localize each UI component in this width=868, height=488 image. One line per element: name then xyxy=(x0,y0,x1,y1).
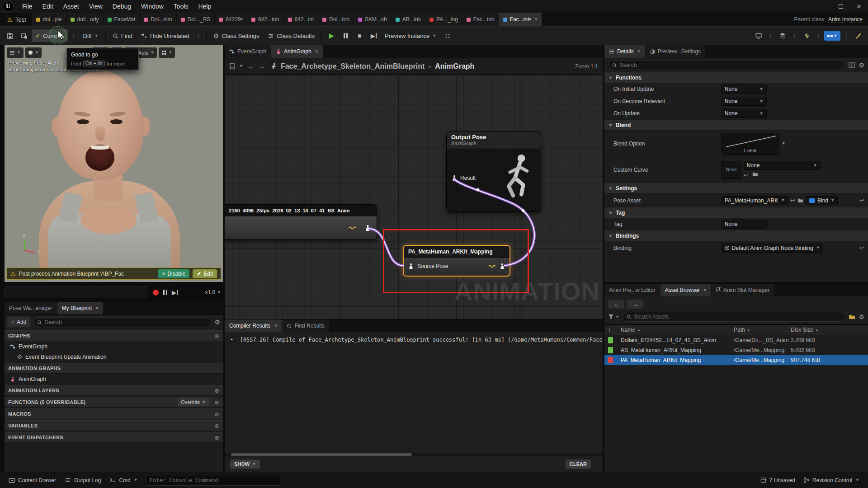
bindings-category[interactable]: ▼ Bindings xyxy=(604,230,868,241)
record-button[interactable] xyxy=(153,290,159,296)
reset-to-default-icon[interactable]: ↩ xyxy=(859,197,864,204)
scrollbar-thumb[interactable] xyxy=(231,453,412,456)
breadcrumb-leaf[interactable]: AnimGraph xyxy=(435,62,474,70)
asset-tab-13-active[interactable]: Fac...int•× xyxy=(499,13,542,26)
binding-dropdown[interactable]: Default Anim Graph Node Binding ▼ xyxy=(722,244,823,253)
view-mode-button[interactable]: ▼ xyxy=(25,47,42,58)
tab-anim-slot-manager[interactable]: Anim Slot Manager xyxy=(712,284,774,296)
diff-button[interactable]: Diff▼ xyxy=(80,29,102,42)
gear-icon[interactable]: ⚙ xyxy=(859,313,864,320)
search-input[interactable] xyxy=(45,319,208,325)
settings-category[interactable]: ▼ Settings xyxy=(604,183,868,194)
gear-icon[interactable]: ⚙ xyxy=(859,61,864,69)
tab-animgraph[interactable]: AnimGraph × xyxy=(271,45,323,58)
reset-to-default-icon[interactable]: ↩ xyxy=(859,244,864,251)
add-graph-icon[interactable]: ⊕ xyxy=(214,333,219,339)
pose-pin-icon[interactable] xyxy=(451,175,458,181)
override-dropdown[interactable]: Override ▼ xyxy=(178,398,209,406)
playback-speed-dropdown[interactable]: x1.0 ▼ xyxy=(205,289,223,296)
details-search[interactable] xyxy=(608,60,845,70)
menu-file[interactable]: File xyxy=(17,0,38,13)
cmd-dropdown[interactable]: Cmd ▼ xyxy=(106,472,142,488)
preview-instance-dropdown[interactable]: Preview Instance▼ xyxy=(381,29,440,42)
hide-unrelated-options-icon[interactable]: ⋮ xyxy=(194,33,203,39)
revision-control-button[interactable]: Revision Control ▼ xyxy=(799,472,863,488)
functions-section-header[interactable]: FUNCTIONS (5 OVERRIDABLE) Override ▼ ⊕ xyxy=(5,397,223,408)
clear-button[interactable]: CLEAR xyxy=(566,460,591,469)
tab-find-results[interactable]: Find Results xyxy=(282,319,329,332)
pose-pin-icon[interactable] xyxy=(364,225,371,231)
add-dispatcher-icon[interactable]: ⊕ xyxy=(214,434,219,441)
on-initial-update-dropdown[interactable]: None▼ xyxy=(722,84,767,94)
console-command-input[interactable] xyxy=(150,477,277,483)
gear-icon[interactable]: ⚙ xyxy=(214,319,220,326)
eventgraph-item[interactable]: EventGraph xyxy=(5,341,223,352)
asset-tab-4[interactable]: Dol..._BS xyxy=(177,13,215,26)
tools-wrench-button[interactable] xyxy=(800,29,813,42)
asset-tab-11[interactable]: PA..._ing xyxy=(425,13,462,26)
bookmark-icon[interactable] xyxy=(229,63,235,70)
add-layer-icon[interactable]: ⊕ xyxy=(214,387,219,394)
asset-tab-5[interactable]: 64229• xyxy=(215,13,247,26)
platforms-options-icon[interactable]: ⋮ xyxy=(766,33,775,39)
custom-curve-thumbnail[interactable]: None xyxy=(722,161,741,179)
asset-search[interactable] xyxy=(623,312,846,322)
close-tab-icon[interactable]: × xyxy=(95,305,99,311)
debugger-options-icon[interactable]: ⋮ xyxy=(842,33,850,39)
close-tab-icon[interactable]: × xyxy=(534,16,538,23)
forward-arrow-icon[interactable]: → xyxy=(259,62,266,70)
back-arrow-icon[interactable]: ← xyxy=(247,62,255,70)
find-button[interactable]: Find xyxy=(109,29,136,42)
asset-tab-3[interactable]: Dol...nim xyxy=(140,13,176,26)
platforms-button[interactable] xyxy=(752,29,765,42)
menu-window[interactable]: Window xyxy=(136,0,169,13)
close-tab-icon[interactable]: × xyxy=(315,48,318,55)
add-macro-icon[interactable]: ⊕ xyxy=(214,411,219,418)
variables-section-header[interactable]: VARIABLES ⊕ xyxy=(5,420,223,431)
custom-curve-dropdown[interactable]: None▼ xyxy=(744,161,821,170)
column-disk-size[interactable]: Disk Size▲ xyxy=(791,327,864,333)
add-variable-icon[interactable]: ⊕ xyxy=(214,422,219,429)
levels-options-icon[interactable]: ⋮ xyxy=(790,33,799,39)
levels-button[interactable] xyxy=(776,29,789,42)
asset-tab-7[interactable]: 642...int xyxy=(284,13,318,26)
asset-tab-1[interactable]: doll...ody xyxy=(66,13,103,26)
tab-asset-browser[interactable]: Asset Browser × xyxy=(660,284,711,296)
tab-my-blueprint[interactable]: My Blueprint × xyxy=(57,302,104,314)
disable-button[interactable]: × Disable xyxy=(158,269,189,278)
functions-category[interactable]: ▼ Functions xyxy=(604,72,868,83)
unreal-logo-icon[interactable]: U xyxy=(3,1,14,12)
back-button[interactable]: ← xyxy=(608,300,624,309)
tag-field[interactable]: None xyxy=(722,220,767,229)
menu-tools[interactable]: Tools xyxy=(169,0,193,13)
class-defaults-button[interactable]: Class Defaults xyxy=(264,29,318,42)
asset-row-2-selected[interactable]: PA_MetaHuman_ARKit_Mapping /Game/Me...Ma… xyxy=(604,355,868,365)
browse-to-asset-button[interactable] xyxy=(18,29,30,42)
search-input[interactable] xyxy=(620,62,841,68)
tab-pose-watch-manager[interactable]: Pose Wa...anager xyxy=(5,302,57,314)
blueprint-debugger-button[interactable]: ▼ xyxy=(824,31,840,41)
column-name[interactable]: Name▲ xyxy=(621,327,734,333)
forward-button[interactable]: → xyxy=(627,300,643,309)
event-dispatchers-section-header[interactable]: EVENT DISPATCHERS ⊕ xyxy=(5,432,223,443)
asset-tab-2[interactable]: FaceMat xyxy=(104,13,140,26)
macros-section-header[interactable]: MACROS ⊕ xyxy=(5,408,223,419)
use-selected-icon[interactable]: ↩ xyxy=(744,172,749,178)
graphs-section-header[interactable]: GRAPHS ⊕ xyxy=(5,330,223,341)
compiler-log[interactable]: • [0557.26] Compile of Face_Archetype_Sk… xyxy=(225,332,603,453)
close-tab-icon[interactable]: × xyxy=(637,48,641,55)
pause-button[interactable] xyxy=(339,29,352,42)
my-blueprint-search[interactable] xyxy=(33,317,212,327)
tab-eventgraph[interactable]: EventGraph xyxy=(225,45,271,58)
animation-graphs-section-header[interactable]: ANIMATION GRAPHS xyxy=(5,363,223,374)
timeline-scrub-field[interactable] xyxy=(5,286,148,298)
viewport-options-button[interactable]: ▼ xyxy=(7,47,24,58)
test-warning-button[interactable]: ⚠ Test xyxy=(2,13,32,26)
animgraph-item[interactable]: AnimGraph xyxy=(5,374,223,384)
pose-asset-dropdown[interactable]: PA_MetaHuman_ARK▼ xyxy=(722,196,788,205)
breadcrumb-root[interactable]: Face_Archetype_Skeleton_AnimBlueprint xyxy=(281,62,425,70)
hide-unrelated-button[interactable]: Hide Unrelated xyxy=(137,29,193,42)
asset-row-0[interactable]: Dollars_8724452...14_07_41_BS_Anim /Game… xyxy=(604,335,868,345)
bs-anim-sequence-node[interactable]: _2160_4096_25fps_2026_02_13_14_07_41_BS_… xyxy=(225,204,377,239)
tag-category[interactable]: ▼ Tag xyxy=(604,207,868,218)
